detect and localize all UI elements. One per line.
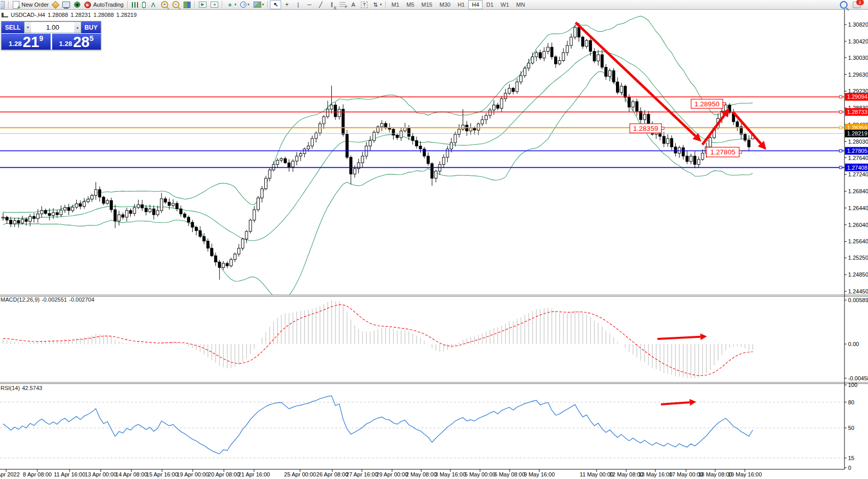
chart-chrome [0, 9, 868, 469]
notifications-icon[interactable]: 1 [853, 2, 861, 8]
dropdown-arrow-icon: ▾ [235, 3, 237, 7]
timeframe-mn[interactable]: MN [513, 0, 529, 9]
equidistant-channel-tool-button[interactable]: ∥ [326, 0, 337, 9]
cursor-tool-button[interactable]: ↖ [270, 0, 281, 9]
price-callout[interactable]: 1.27805 [706, 147, 742, 157]
auto-scroll-button[interactable]: ▶ [197, 0, 209, 9]
timeframe-h4[interactable]: H4 [468, 0, 483, 9]
volume-increase-button[interactable]: ▲ [74, 22, 81, 33]
chart-shift-button[interactable]: ◂ [209, 0, 220, 9]
horizontal-line-tool-button[interactable]: ─ [304, 0, 315, 9]
time-axis[interactable]: 7 Apr 20228 Apr 08:0011 Apr 16:0013 Apr … [0, 469, 762, 477]
vertical-line-tool-button[interactable]: | [292, 0, 304, 9]
indicators-button[interactable]: +▾ [224, 0, 239, 9]
horizontal-line-icon: ─ [306, 2, 313, 8]
svg-text:1.28030: 1.28030 [848, 139, 868, 145]
svg-text:18 May 08:00: 18 May 08:00 [698, 471, 733, 477]
crosshair-icon: + [283, 2, 290, 8]
tile-windows-icon [184, 2, 191, 8]
zoom-in-icon: + [161, 1, 168, 8]
volume-decrease-button[interactable]: ▼ [25, 22, 31, 33]
toolbar-separator [267, 1, 268, 8]
bounce-up-arrow[interactable] [702, 108, 729, 145]
periods-icon [240, 2, 246, 8]
zoom-in-button[interactable]: + [159, 0, 170, 9]
svg-text:2 May 08:00: 2 May 08:00 [406, 471, 437, 477]
timeframe-d1[interactable]: D1 [483, 0, 497, 9]
svg-text:1.30030: 1.30030 [848, 55, 868, 61]
high-value: 1.28231 [71, 12, 91, 18]
zoom-out-icon: − [172, 1, 179, 8]
svg-text:1.27805: 1.27805 [711, 148, 736, 156]
new-chart-button[interactable] [0, 0, 7, 9]
line-chart-button[interactable]: ⋀ [148, 0, 159, 9]
price-callout[interactable]: 1.28950 [691, 99, 725, 108]
one-click-trading-widget: SELL ▼ ▲ BUY 1.28 21 9 1.28 28 5 [1, 21, 101, 50]
timeframe-h1[interactable]: H1 [454, 0, 468, 9]
svg-text:1.26040: 1.26040 [848, 222, 868, 228]
main-toolbar: New Order◉▶AutoTrading⋀+−▶◂+▾▾▾↖+|─╱∥AT⇅… [0, 0, 868, 10]
templates-button[interactable]: ▾ [252, 0, 266, 9]
price-axis[interactable]: 1.308201.304201.300301.296301.292301.288… [844, 21, 868, 294]
metaeditor-button[interactable] [51, 0, 60, 9]
svg-text:13 Apr 00:00: 13 Apr 00:00 [85, 471, 117, 477]
macd-flat-arrow[interactable] [657, 333, 707, 340]
fibonacci-tool-button[interactable] [337, 0, 348, 9]
tile-windows-button[interactable] [181, 0, 193, 9]
timeframe-m15[interactable]: M15 [418, 0, 436, 9]
signals-button[interactable]: ◉ [72, 0, 82, 9]
autotrading-button-label: AutoTrading [93, 2, 124, 8]
arrows-tool-icon: ⇅ [372, 2, 379, 8]
zoom-out-button[interactable]: − [170, 0, 181, 9]
buy-price-big: 28 [73, 36, 89, 49]
timeframe-m1[interactable]: M1 [388, 0, 403, 9]
search-icon[interactable] [840, 1, 848, 9]
svg-text:1.25250: 1.25250 [848, 255, 868, 261]
svg-text:80: 80 [848, 399, 854, 405]
svg-text:19 May 16:00: 19 May 16:00 [728, 471, 762, 477]
text-label-icon: T [361, 2, 368, 8]
crosshair-tool-button[interactable]: + [281, 0, 292, 9]
rsi-flat-arrow[interactable] [661, 399, 696, 405]
buy-price-prefix: 1.28 [59, 39, 72, 49]
toolbar-separator [194, 1, 195, 8]
timeframe-m5[interactable]: M5 [403, 0, 418, 9]
svg-text:3 May 16:00: 3 May 16:00 [435, 471, 466, 477]
svg-text:1.30820: 1.30820 [848, 21, 868, 28]
autotrading-button[interactable]: ▶AutoTrading [82, 0, 126, 9]
toolbar-separator [127, 1, 128, 8]
volume-input[interactable] [31, 22, 74, 33]
svg-text:1.27240: 1.27240 [848, 171, 868, 177]
svg-text:25 Apr 00:00: 25 Apr 00:00 [284, 471, 316, 477]
dropdown-arrow-icon: ▾ [380, 3, 382, 7]
buy-button[interactable]: BUY [81, 21, 101, 33]
timeframe-w1[interactable]: W1 [497, 0, 513, 9]
buy-price[interactable]: 1.28 28 5 [52, 34, 101, 50]
macd-indicator-label: MACD(12,26,9)-0.002551-0.002704 [1, 296, 97, 303]
text-tool-button[interactable]: A [348, 0, 359, 9]
price-callout[interactable]: 1.28359 [630, 124, 664, 133]
new-order-button[interactable]: New Order [11, 0, 51, 9]
bar-chart-button[interactable] [130, 0, 140, 9]
chart-area[interactable]: 1.289501.283591.278051.308201.304201.300… [0, 9, 868, 479]
svg-text:14 Apr 08:00: 14 Apr 08:00 [116, 471, 147, 477]
arrows-tool-button[interactable]: ⇅▾ [370, 0, 384, 9]
periods-button[interactable]: ▾ [238, 0, 252, 9]
candlestick-chart-button[interactable] [140, 0, 148, 9]
text-label-tool-button[interactable]: T [359, 0, 370, 9]
trendline-tool-button[interactable]: ╱ [315, 0, 326, 9]
equidistant-channel-icon: ∥ [328, 2, 335, 8]
terminal-button[interactable] [60, 0, 72, 9]
text-icon: A [350, 2, 357, 8]
open-value: 1.28088 [48, 12, 68, 18]
rsi-indicator-label: RSI(14)42.5743 [1, 385, 44, 391]
timeframe-m30[interactable]: M30 [436, 0, 454, 9]
sell-price-sup: 9 [39, 34, 43, 42]
trend-arrow-objects[interactable] [576, 22, 766, 405]
sell-button[interactable]: SELL [2, 21, 24, 33]
svg-text:100: 100 [848, 382, 857, 388]
bar-chart-icon [132, 2, 138, 8]
svg-text:19 Apr 00:00: 19 Apr 00:00 [177, 471, 209, 477]
svg-text:13 May 16:00: 13 May 16:00 [638, 471, 673, 477]
sell-price[interactable]: 1.28 21 9 [2, 34, 51, 50]
